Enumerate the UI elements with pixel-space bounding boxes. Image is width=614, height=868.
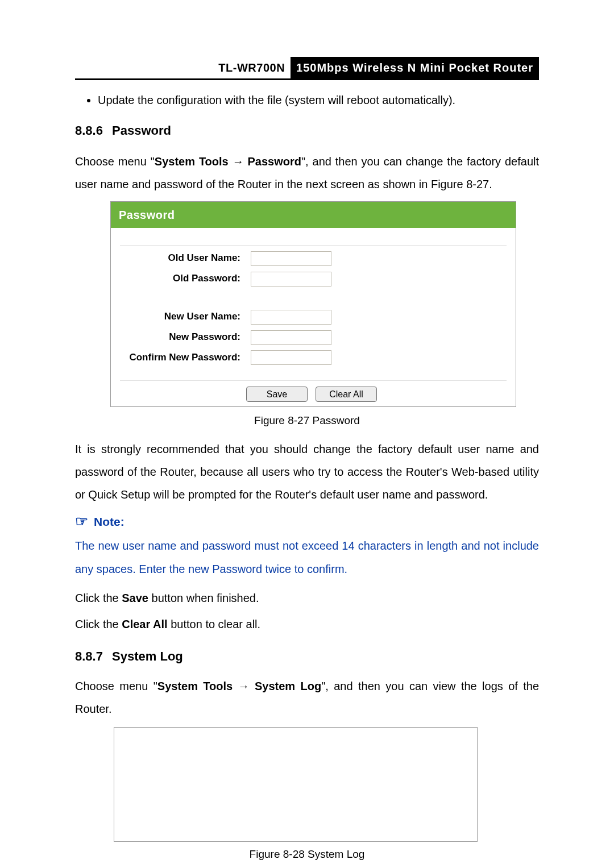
note-heading: ☞ Note: bbox=[75, 512, 539, 532]
caption-syslog: Figure 8-28 System Log bbox=[75, 845, 539, 863]
save-button[interactable]: Save bbox=[246, 387, 308, 402]
panel-title-bar: Password bbox=[111, 202, 516, 228]
label-old-pass: Old Password: bbox=[115, 271, 251, 287]
nav-system-tools2: System Tools bbox=[157, 680, 233, 692]
bullet-update-config: Update the configuration with the file (… bbox=[98, 90, 539, 110]
nav-syslog: System Log bbox=[255, 680, 321, 692]
divider bbox=[120, 245, 507, 246]
input-new-pass[interactable] bbox=[251, 330, 331, 345]
input-old-pass[interactable] bbox=[251, 272, 331, 286]
note-label: Note: bbox=[94, 512, 125, 532]
label-new-pass: New Password: bbox=[115, 329, 251, 346]
heading-password-title: Password bbox=[112, 123, 171, 138]
text: Click the bbox=[75, 592, 122, 604]
header-rule bbox=[75, 78, 539, 80]
heading-system-log: 8.8.7 System Log bbox=[75, 646, 539, 667]
figure-syslog-panel bbox=[114, 727, 478, 842]
intro-bullet-list: Update the configuration with the file (… bbox=[98, 90, 539, 110]
heading-password-num: 8.8.6 bbox=[75, 123, 103, 138]
heading-syslog-num: 8.8.7 bbox=[75, 649, 103, 663]
heading-password: 8.8.6 Password bbox=[75, 120, 539, 141]
label-old-user: Old User Name: bbox=[115, 250, 251, 267]
header-product: 150Mbps Wireless N Mini Pocket Router bbox=[291, 57, 539, 78]
panel-title: Password bbox=[119, 205, 175, 225]
para-click-clear: Click the Clear All button to clear all. bbox=[75, 613, 539, 636]
label-confirm-pass: Confirm New Password: bbox=[115, 350, 251, 366]
nav-system-tools: System Tools bbox=[155, 155, 229, 168]
divider bbox=[120, 380, 507, 381]
save-bold: Save bbox=[122, 592, 148, 604]
clear-bold: Clear All bbox=[122, 618, 167, 630]
note-body: The new user name and password must not … bbox=[75, 534, 539, 581]
clear-all-button[interactable]: Clear All bbox=[316, 387, 377, 402]
text: Choose menu " bbox=[75, 155, 155, 168]
nav-password: Password bbox=[248, 155, 301, 168]
heading-syslog-title: System Log bbox=[112, 649, 183, 663]
pointing-hand-icon: ☞ bbox=[75, 514, 88, 529]
para-recommend: It is strongly recommended that you shou… bbox=[75, 438, 539, 506]
text: Choose menu " bbox=[75, 680, 157, 692]
input-new-user[interactable] bbox=[251, 310, 331, 325]
text: Click the bbox=[75, 618, 122, 630]
input-old-user[interactable] bbox=[251, 251, 331, 266]
para-click-save: Click the Save button when finished. bbox=[75, 587, 539, 609]
input-confirm-pass[interactable] bbox=[251, 350, 331, 365]
page-header: TL-WR700N 150Mbps Wireless N Mini Pocket… bbox=[75, 57, 539, 80]
label-new-user: New User Name: bbox=[115, 309, 251, 325]
password-intro-para: Choose menu "System Tools → Password", a… bbox=[75, 150, 539, 196]
header-model: TL-WR700N bbox=[213, 57, 291, 78]
text: button when finished. bbox=[148, 592, 259, 604]
syslog-intro-para: Choose menu "System Tools → System Log",… bbox=[75, 675, 539, 720]
figure-password-panel: Password Old User Name: Old Password: Ne… bbox=[110, 201, 516, 406]
caption-password: Figure 8-27 Password bbox=[75, 412, 539, 430]
text: button to clear all. bbox=[168, 618, 260, 630]
